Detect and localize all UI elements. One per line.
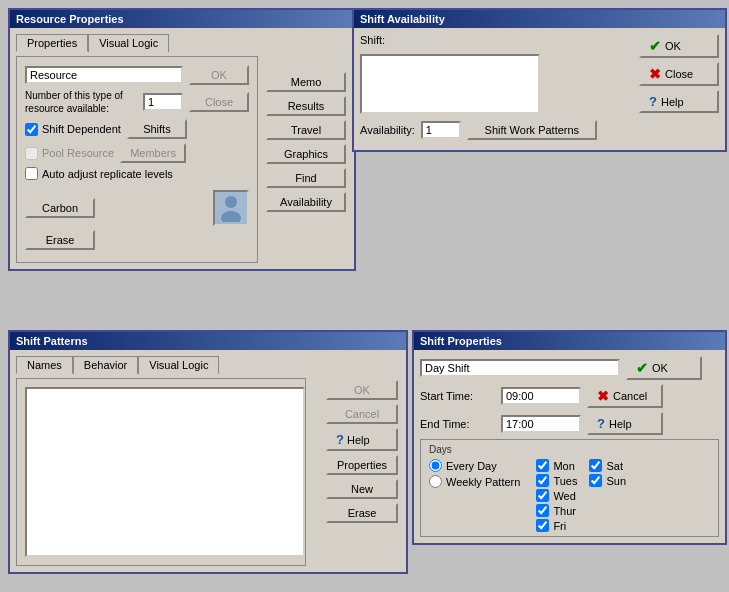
shift-label: Shift:: [360, 34, 385, 46]
pool-resource-checkbox[interactable]: [25, 147, 38, 160]
tab-properties[interactable]: Properties: [16, 34, 88, 52]
graphics-button[interactable]: Graphics: [266, 144, 346, 164]
resource-properties-window: Resource Properties Properties Visual Lo…: [8, 8, 356, 271]
ok-label: OK: [665, 40, 681, 52]
wed-text: Wed: [553, 490, 575, 502]
mon-checkbox[interactable]: [536, 459, 549, 472]
number-of-type-input[interactable]: [143, 93, 183, 111]
every-day-radio-label[interactable]: Every Day: [429, 459, 520, 472]
days-group: Days Every Day Weekly Pattern: [420, 439, 719, 537]
weekly-pattern-radio[interactable]: [429, 475, 442, 488]
mon-text: Mon: [553, 460, 574, 472]
shift-dependent-checkbox-label[interactable]: Shift Dependent: [25, 123, 121, 136]
every-day-radio[interactable]: [429, 459, 442, 472]
shift-availability-window: Shift Availability Shift: ✔ OK ✖ Close: [352, 8, 727, 152]
close-button[interactable]: Close: [189, 92, 249, 112]
tab-visual-logic2[interactable]: Visual Logic: [138, 356, 219, 374]
resource-props-tab-content: OK Number of this type of resource avail…: [16, 56, 258, 263]
help-button[interactable]: ? Help: [639, 90, 719, 113]
fri-text: Fri: [553, 520, 566, 532]
pool-resource-checkbox-label[interactable]: Pool Resource: [25, 147, 114, 160]
pool-resource-text: Pool Resource: [42, 147, 114, 159]
shift-patterns-window: Shift Patterns Names Behavior Visual Log…: [8, 330, 408, 574]
days-group-title: Days: [429, 444, 710, 455]
ok-button[interactable]: ✔ OK: [639, 34, 719, 58]
help-label: Help: [661, 96, 684, 108]
erase-button[interactable]: Erase: [25, 230, 95, 250]
shift-availability-title-text: Shift Availability: [360, 13, 445, 25]
start-time-label: Start Time:: [420, 390, 495, 402]
side-buttons: Memo Results Travel Graphics Find Availa…: [266, 72, 346, 212]
resource-properties-title: Resource Properties: [10, 10, 354, 28]
close-button[interactable]: ✖ Close: [639, 62, 719, 86]
ok-button[interactable]: OK: [189, 65, 249, 85]
help-q-icon3: ?: [597, 416, 605, 431]
ok-check-icon2: ✔: [636, 360, 648, 376]
mon-checkbox-label[interactable]: Mon: [536, 459, 577, 472]
help-button3[interactable]: ? Help: [587, 412, 663, 435]
new-button[interactable]: New: [326, 479, 398, 499]
shift-name-input[interactable]: [420, 359, 620, 377]
find-button[interactable]: Find: [266, 168, 346, 188]
cancel-button[interactable]: ✖ Cancel: [587, 384, 663, 408]
number-of-type-label: Number of this type of resource availabl…: [25, 90, 123, 114]
shift-work-patterns-button[interactable]: Shift Work Patterns: [467, 120, 597, 140]
shift-properties-content: ✔ OK Start Time: ✖ Cancel End Time: ? He…: [414, 350, 725, 543]
results-button[interactable]: Results: [266, 96, 346, 116]
sun-checkbox-label[interactable]: Sun: [589, 474, 626, 487]
tab-names[interactable]: Names: [16, 356, 73, 374]
ok-check-icon: ✔: [649, 38, 661, 54]
tab-behavior[interactable]: Behavior: [73, 356, 138, 374]
cancel-button[interactable]: Cancel: [326, 404, 398, 424]
thur-text: Thur: [553, 505, 576, 517]
end-time-input[interactable]: [501, 415, 581, 433]
shift-dependent-text: Shift Dependent: [42, 123, 121, 135]
ok-label2: OK: [652, 362, 668, 374]
shift-properties-window: Shift Properties ✔ OK Start Time: ✖ Canc…: [412, 330, 727, 545]
auto-adjust-checkbox[interactable]: [25, 167, 38, 180]
tues-checkbox-label[interactable]: Tues: [536, 474, 577, 487]
wed-checkbox-label[interactable]: Wed: [536, 489, 577, 502]
fri-checkbox[interactable]: [536, 519, 549, 532]
auto-adjust-checkbox-label[interactable]: Auto adjust replicate levels: [25, 167, 173, 180]
shifts-button[interactable]: Shifts: [127, 119, 187, 139]
resource-properties-title-text: Resource Properties: [16, 13, 124, 25]
memo-button[interactable]: Memo: [266, 72, 346, 92]
shift-list[interactable]: [360, 54, 540, 114]
avatar: [213, 190, 249, 226]
names-list[interactable]: [25, 387, 305, 557]
wed-checkbox[interactable]: [536, 489, 549, 502]
fri-checkbox-label[interactable]: Fri: [536, 519, 577, 532]
thur-checkbox[interactable]: [536, 504, 549, 517]
availability-button[interactable]: Availability: [266, 192, 346, 212]
help-label3: Help: [609, 418, 632, 430]
weekly-pattern-radio-label[interactable]: Weekly Pattern: [429, 475, 520, 488]
start-time-input[interactable]: [501, 387, 581, 405]
sat-checkbox[interactable]: [589, 459, 602, 472]
ok-button[interactable]: ✔ OK: [626, 356, 702, 380]
sun-checkbox[interactable]: [589, 474, 602, 487]
shift-dependent-checkbox[interactable]: [25, 123, 38, 136]
tues-checkbox[interactable]: [536, 474, 549, 487]
resource-name-input[interactable]: [25, 66, 183, 84]
members-button[interactable]: Members: [120, 143, 186, 163]
erase-button2[interactable]: Erase: [326, 503, 398, 523]
carbon-button[interactable]: Carbon: [25, 198, 95, 218]
ok-button[interactable]: OK: [326, 380, 398, 400]
thur-checkbox-label[interactable]: Thur: [536, 504, 577, 517]
availability-input[interactable]: [421, 121, 461, 139]
shift-patterns-title: Shift Patterns: [10, 332, 406, 350]
every-day-text: Every Day: [446, 460, 497, 472]
tues-text: Tues: [553, 475, 577, 487]
sat-checkbox-label[interactable]: Sat: [589, 459, 626, 472]
travel-button[interactable]: Travel: [266, 120, 346, 140]
help-button[interactable]: ? Help: [326, 428, 398, 451]
properties-button[interactable]: Properties: [326, 455, 398, 475]
cancel-x-icon: ✖: [597, 388, 609, 404]
auto-adjust-text: Auto adjust replicate levels: [42, 168, 173, 180]
sat-text: Sat: [606, 460, 623, 472]
shift-properties-title: Shift Properties: [414, 332, 725, 350]
tab-visual-logic[interactable]: Visual Logic: [88, 34, 169, 52]
shift-properties-title-text: Shift Properties: [420, 335, 502, 347]
shift-patterns-title-text: Shift Patterns: [16, 335, 88, 347]
